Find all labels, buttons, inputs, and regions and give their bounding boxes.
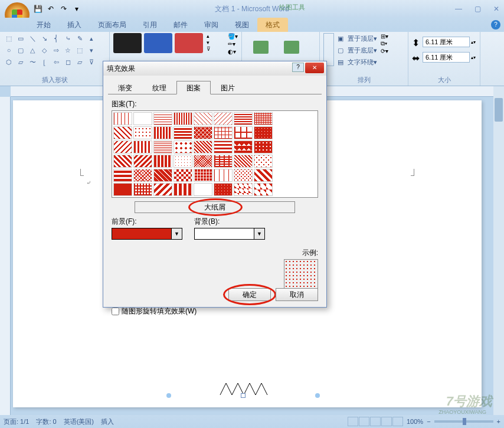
save-icon[interactable]: 💾 [32, 3, 44, 15]
shape-leftarrow-icon[interactable]: ⇦ [51, 57, 61, 67]
resize-handle[interactable] [241, 393, 246, 398]
text-wrap-button[interactable]: ▤文字环绕 ▾ [335, 57, 379, 68]
style-down-icon[interactable]: ▾ [207, 40, 223, 45]
pattern-swatch[interactable] [153, 126, 172, 139]
dialog-close-button[interactable]: ✕ [305, 63, 324, 73]
shape-brace-icon[interactable]: ⎨ [51, 33, 61, 44]
tab-mailings[interactable]: 邮件 [165, 18, 196, 32]
pattern-swatch[interactable] [254, 112, 273, 125]
status-mode[interactable]: 插入 [101, 417, 114, 426]
shape-textbox-icon[interactable]: ⬚ [4, 33, 14, 44]
resize-handle[interactable] [166, 393, 171, 398]
tab-format[interactable]: 格式 [257, 18, 288, 32]
pattern-swatch[interactable] [113, 141, 132, 153]
zoom-level[interactable]: 100% [407, 418, 423, 425]
change-shape-button[interactable]: ◐▾ [228, 48, 238, 55]
draft-icon[interactable] [392, 417, 403, 426]
pattern-swatch[interactable] [153, 183, 172, 196]
close-button[interactable]: ✕ [491, 5, 502, 13]
shape-more-icon[interactable]: ▴ [86, 33, 97, 44]
pattern-swatch[interactable] [194, 112, 212, 125]
shape-bracket-icon[interactable]: ⦋ [39, 57, 50, 67]
width-input[interactable] [423, 52, 470, 63]
pattern-swatch[interactable] [113, 126, 132, 139]
shape-curve-icon[interactable]: 〜 [27, 57, 38, 67]
pattern-swatch[interactable] [113, 169, 132, 182]
pattern-swatch[interactable] [214, 141, 233, 153]
pattern-swatch[interactable] [214, 112, 233, 125]
view-buttons[interactable] [348, 417, 403, 426]
group-button[interactable]: ⧉▾ [381, 40, 388, 47]
pattern-swatch[interactable] [214, 126, 233, 139]
align-button[interactable]: ⊞▾ [381, 33, 388, 40]
style-swatch-black[interactable] [113, 33, 142, 53]
style-up-icon[interactable]: ▴ [207, 33, 223, 39]
tab-review[interactable]: 审阅 [196, 18, 227, 32]
pattern-swatch[interactable] [174, 155, 192, 168]
redo-icon[interactable]: ↷ [58, 3, 70, 15]
shape-outline-button[interactable]: ✏▾ [228, 41, 238, 47]
pattern-swatch[interactable] [153, 112, 172, 125]
pattern-swatch[interactable] [133, 112, 152, 125]
undo-icon[interactable]: ↶ [45, 3, 57, 15]
pattern-swatch[interactable] [174, 141, 192, 153]
tab-insert[interactable]: 插入 [59, 18, 90, 32]
shape-hexagon-icon[interactable]: ⬡ [4, 57, 14, 67]
pattern-swatch[interactable] [194, 141, 212, 153]
shape-rectangle-icon[interactable]: ▭ [15, 33, 26, 44]
shape-textbox2-icon[interactable]: ⬚ [74, 45, 85, 55]
shape-diamond-icon[interactable]: ◇ [39, 45, 50, 55]
tab-texture[interactable]: 纹理 [142, 81, 176, 94]
pattern-swatch[interactable] [174, 169, 192, 182]
resize-handle[interactable] [315, 393, 320, 398]
chevron-down-icon[interactable]: ▼ [254, 228, 264, 239]
status-page[interactable]: 页面: 1/1 [4, 417, 29, 426]
pattern-swatch[interactable] [133, 183, 152, 196]
tab-page-layout[interactable]: 页面布局 [90, 18, 135, 32]
style-swatch-red[interactable] [175, 33, 203, 53]
pattern-swatch[interactable] [133, 169, 152, 182]
pattern-swatch[interactable] [234, 112, 253, 125]
pattern-swatch[interactable] [194, 169, 212, 182]
shape-ellipse-icon[interactable]: ○ [4, 45, 14, 55]
pattern-swatch[interactable] [133, 141, 152, 153]
shape-rightarrow-icon[interactable]: ⇨ [51, 45, 61, 55]
pattern-swatch[interactable] [174, 112, 192, 125]
ok-button[interactable]: 确定 [228, 288, 271, 301]
zoom-in-button[interactable]: + [497, 418, 500, 425]
tab-home[interactable]: 开始 [28, 18, 59, 32]
zoom-slider-thumb[interactable] [463, 418, 466, 425]
stepper-icon[interactable]: ▴▾ [471, 55, 476, 60]
pattern-swatch[interactable] [234, 169, 253, 182]
3d-effects-button[interactable] [277, 33, 306, 61]
shape-flow-icon[interactable]: ▱ [74, 57, 85, 67]
pattern-swatch[interactable] [113, 183, 132, 196]
shape-arrow-icon[interactable]: ↘ [39, 33, 50, 44]
shape-scroll-v-icon[interactable]: ▾ [86, 45, 97, 55]
pattern-swatch[interactable] [153, 169, 172, 182]
pattern-swatch[interactable] [194, 183, 212, 196]
pattern-swatch[interactable] [254, 155, 273, 168]
foreground-color-combo[interactable]: ▼ [112, 228, 182, 240]
web-layout-icon[interactable] [370, 417, 381, 426]
vertical-scrollbar[interactable] [493, 86, 504, 415]
pattern-swatch[interactable] [254, 169, 273, 182]
zoom-out-button[interactable]: − [427, 418, 430, 425]
chevron-down-icon[interactable]: ▼ [171, 228, 182, 239]
shape-line-icon[interactable]: ＼ [27, 33, 38, 44]
scroll-thumb[interactable] [495, 98, 503, 122]
dialog-help-button[interactable]: ? [292, 63, 304, 72]
pattern-swatch[interactable] [174, 126, 192, 139]
pattern-swatch[interactable] [234, 141, 253, 153]
cancel-button[interactable]: 取消 [276, 288, 318, 301]
pattern-swatch[interactable] [194, 126, 212, 139]
background-color-combo[interactable]: ▼ [194, 228, 265, 240]
pattern-swatch[interactable] [194, 155, 212, 168]
pattern-swatch[interactable] [133, 126, 152, 139]
shape-triangle-icon[interactable]: △ [27, 45, 38, 55]
pattern-swatch[interactable] [254, 183, 273, 196]
tab-gradient[interactable]: 渐变 [108, 81, 142, 94]
pattern-swatch[interactable] [234, 183, 253, 196]
shape-star-icon[interactable]: ☆ [63, 45, 73, 55]
rotate-button[interactable]: ⟳▾ [381, 48, 388, 54]
